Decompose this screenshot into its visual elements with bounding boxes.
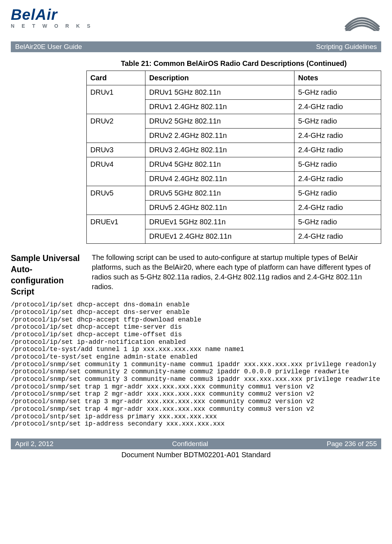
document-number: Document Number BDTM02201-A01 Standard: [11, 451, 381, 459]
table-row: DRUEv1 DRUEv1 5GHz 802.11n 5-GHz radio: [87, 215, 381, 229]
table-row: DRUv2 DRUv2 5GHz 802.11n 5-GHz radio: [87, 114, 381, 129]
cell: DRUv5 2.4GHz 802.11n: [145, 201, 294, 215]
header-bar: BelAir20E User Guide Scripting Guideline…: [11, 41, 381, 52]
table-row: DRUv5 2.4GHz 802.11n 2.4-GHz radio: [87, 201, 381, 215]
cell: 5-GHz radio: [294, 85, 381, 100]
cell: DRUv2 5GHz 802.11n: [145, 114, 294, 129]
cell: 5-GHz radio: [294, 186, 381, 201]
table-row: DRUEv1 2.4GHz 802.11n 2.4-GHz radio: [87, 229, 381, 244]
cell: DRUv4 2.4GHz 802.11n: [145, 172, 294, 186]
table-row: DRUv1 2.4GHz 802.11n 2.4-GHz radio: [87, 100, 381, 114]
cell: 5-GHz radio: [294, 157, 381, 172]
col-notes: Notes: [294, 71, 381, 85]
cell: 2.4-GHz radio: [294, 172, 381, 186]
cell: [87, 129, 145, 143]
cell: 5-GHz radio: [294, 215, 381, 229]
table-section: Table 21: Common BelAirOS Radio Card Des…: [86, 59, 381, 244]
cell: [87, 229, 145, 244]
cell: DRUv3: [87, 143, 145, 157]
footer-confidential: Confidential: [172, 440, 208, 448]
cell: DRUv2 2.4GHz 802.11n: [145, 129, 294, 143]
cell: DRUv4: [87, 157, 145, 172]
cell: 2.4-GHz radio: [294, 229, 381, 244]
cell: DRUv1 2.4GHz 802.11n: [145, 100, 294, 114]
table-row: DRUv5 DRUv5 5GHz 802.11n 5-GHz radio: [87, 186, 381, 201]
cell: 2.4-GHz radio: [294, 100, 381, 114]
section-heading: Sample Universal Auto-configuration Scri…: [11, 253, 81, 297]
section-title: Scripting Guidelines: [316, 43, 377, 51]
table-row: DRUv3 DRUv3 2.4GHz 802.11n 2.4-GHz radio: [87, 143, 381, 157]
logo-subtext: N E T W O R K S: [11, 23, 93, 29]
footer-page: Page 236 of 255: [327, 440, 377, 448]
cell: [87, 201, 145, 215]
guide-title: BelAir20E User Guide: [15, 43, 82, 51]
footer-bar: April 2, 2012 Confidential Page 236 of 2…: [11, 439, 381, 449]
cell: [87, 172, 145, 186]
table-caption: Table 21: Common BelAirOS Radio Card Des…: [86, 59, 381, 68]
page-header: BelAir N E T W O R K S: [11, 7, 381, 36]
table-header-row: Card Description Notes: [87, 71, 381, 85]
table-row: DRUv4 DRUv4 5GHz 802.11n 5-GHz radio: [87, 157, 381, 172]
logo-belair: BelAir N E T W O R K S: [11, 7, 93, 29]
col-card: Card: [87, 71, 145, 85]
radio-card-table: Card Description Notes DRUv1 DRUv1 5GHz …: [86, 71, 381, 244]
svg-rect-0: [342, 31, 381, 36]
cell: [87, 100, 145, 114]
ornament-icon: [342, 7, 381, 36]
cell: DRUEv1: [87, 215, 145, 229]
section-paragraph: The following script can be used to auto…: [92, 253, 381, 297]
section-intro: Sample Universal Auto-configuration Scri…: [11, 253, 381, 297]
table-row: DRUv1 DRUv1 5GHz 802.11n 5-GHz radio: [87, 85, 381, 100]
footer-date: April 2, 2012: [15, 440, 54, 448]
cell: 5-GHz radio: [294, 114, 381, 129]
script-code-block: /protocol/ip/set dhcp-accept dns-domain …: [11, 301, 381, 428]
table-row: DRUv4 2.4GHz 802.11n 2.4-GHz radio: [87, 172, 381, 186]
table-row: DRUv2 2.4GHz 802.11n 2.4-GHz radio: [87, 129, 381, 143]
cell: 2.4-GHz radio: [294, 143, 381, 157]
cell: DRUEv1 2.4GHz 802.11n: [145, 229, 294, 244]
cell: DRUv3 2.4GHz 802.11n: [145, 143, 294, 157]
cell: DRUv4 5GHz 802.11n: [145, 157, 294, 172]
cell: 2.4-GHz radio: [294, 129, 381, 143]
cell: DRUv5: [87, 186, 145, 201]
cell: DRUv1 5GHz 802.11n: [145, 85, 294, 100]
logo-text: BelAir: [11, 7, 93, 22]
cell: DRUEv1 5GHz 802.11n: [145, 215, 294, 229]
cell: DRUv2: [87, 114, 145, 129]
col-description: Description: [145, 71, 294, 85]
cell: DRUv5 5GHz 802.11n: [145, 186, 294, 201]
cell: DRUv1: [87, 85, 145, 100]
cell: 2.4-GHz radio: [294, 201, 381, 215]
